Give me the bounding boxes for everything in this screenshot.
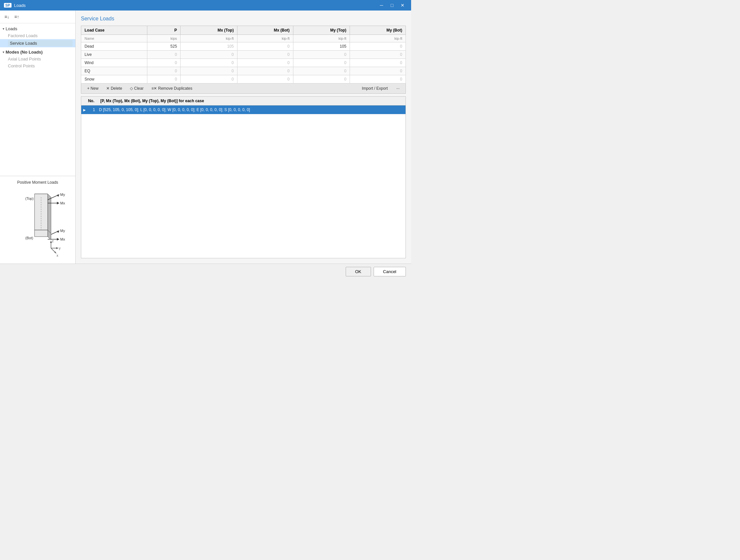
- row-number: 1: [88, 107, 98, 112]
- table-cell[interactable]: 0: [350, 59, 406, 67]
- table-cell[interactable]: 0: [237, 67, 293, 75]
- modes-label: Modes (No Loads): [6, 49, 43, 54]
- unit-my-bot: kip-ft: [350, 35, 406, 42]
- import-export-button[interactable]: Import / Export: [358, 85, 392, 92]
- chevron-down-icon: ▾: [3, 27, 4, 30]
- table-row[interactable]: Live00000: [81, 50, 406, 59]
- unit-name: Name: [81, 35, 147, 42]
- table-row[interactable]: Snow00000: [81, 75, 406, 84]
- table-cell[interactable]: 0: [237, 75, 293, 84]
- axial-load-points-label: Axial Load Points: [8, 57, 41, 62]
- unit-mx-top: kip-ft: [181, 35, 238, 42]
- table-cell[interactable]: 0: [147, 75, 181, 84]
- sidebar-item-control-points[interactable]: Control Points: [0, 63, 75, 69]
- sidebar-tree: ▾ Loads Factored Loads Service Loads ▾ M…: [0, 23, 75, 176]
- more-options-button[interactable]: ···: [393, 85, 403, 92]
- table-cell[interactable]: 0: [350, 42, 406, 50]
- sidebar-toolbar: ≡↓ ≡↑: [0, 10, 75, 23]
- table-cell[interactable]: 0: [293, 67, 350, 75]
- svg-text:y: y: [59, 246, 61, 250]
- table-cell[interactable]: 0: [181, 75, 238, 84]
- table-cell[interactable]: 0: [293, 59, 350, 67]
- close-button[interactable]: ✕: [398, 1, 407, 10]
- service-loads-label: Service Loads: [8, 40, 73, 46]
- svg-marker-20: [34, 230, 48, 237]
- table-cell[interactable]: 0: [237, 50, 293, 59]
- sidebar-item-axial-load-points[interactable]: Axial Load Points: [0, 55, 75, 63]
- sidebar-item-service-loads[interactable]: Service Loads: [0, 39, 75, 47]
- moment-diagram-svg: (Top) (Bot) My Mx My Mx: [5, 187, 71, 260]
- svg-text:Mx: Mx: [60, 201, 65, 205]
- table-cell[interactable]: 105: [181, 42, 238, 50]
- clear-button[interactable]: ◇ Clear: [126, 85, 147, 92]
- table-cell[interactable]: Live: [81, 50, 147, 59]
- col-header-mx-top: Mx (Top): [181, 26, 238, 35]
- col-header-my-bot: My (Bot): [350, 26, 406, 35]
- table-cell[interactable]: 0: [350, 75, 406, 84]
- section-title: Service Loads: [81, 16, 406, 22]
- chevron-down-icon-modes: ▾: [3, 50, 4, 54]
- row-data: D [525, 105, 0, 105, 0]; L [0, 0, 0, 0, …: [98, 106, 405, 114]
- svg-marker-10: [57, 202, 59, 204]
- svg-text:z: z: [52, 239, 54, 243]
- svg-text:My: My: [60, 229, 65, 233]
- unit-mx-bot: kip-ft: [237, 35, 293, 42]
- ok-button[interactable]: OK: [346, 267, 371, 276]
- table-cell[interactable]: 0: [181, 67, 238, 75]
- sort-up-button[interactable]: ≡↑: [12, 12, 21, 21]
- loads-label: Loads: [6, 26, 17, 31]
- table-cell[interactable]: 0: [147, 67, 181, 75]
- expand-icon: ▶: [81, 108, 88, 112]
- main-layout: ≡↓ ≡↑ ▾ Loads Factored Loads Service Loa…: [0, 10, 411, 263]
- factored-loads-label: Factored Loads: [8, 33, 37, 38]
- cancel-button[interactable]: Cancel: [374, 267, 406, 276]
- table-cell[interactable]: Snow: [81, 75, 147, 84]
- table-row[interactable]: EQ00000: [81, 67, 406, 75]
- control-points-label: Control Points: [8, 64, 35, 68]
- sort-down-button[interactable]: ≡↓: [3, 12, 11, 21]
- load-list-body: ▶ 1 D [525, 105, 0, 105, 0]; L [0, 0, 0,…: [81, 106, 405, 258]
- svg-text:x: x: [57, 254, 58, 257]
- svg-text:(Top): (Top): [25, 197, 33, 201]
- sidebar-item-loads[interactable]: ▾ Loads: [0, 25, 75, 32]
- new-button[interactable]: + New: [84, 85, 102, 92]
- app-icon: SP: [4, 3, 11, 8]
- table-cell[interactable]: 0: [237, 59, 293, 67]
- service-loads-table: Load Case P Mx (Top) Mx (Bot) My (Top) M…: [81, 26, 406, 84]
- table-cell[interactable]: 0: [181, 59, 238, 67]
- svg-text:My: My: [60, 193, 65, 197]
- remove-duplicates-button[interactable]: ≡✕ Remove Duplicates: [148, 85, 195, 92]
- moment-diagram-title: Positive Moment Loads: [4, 180, 71, 185]
- load-list-header: No. [P, Mx (Top), Mx (Bot), My (Top), My…: [81, 97, 405, 106]
- maximize-button[interactable]: □: [387, 1, 397, 10]
- svg-text:Mx: Mx: [60, 237, 65, 241]
- delete-button[interactable]: ✕ Delete: [103, 85, 125, 92]
- load-list-container: No. [P, Mx (Top), Mx (Bot), My (Top), My…: [81, 96, 406, 258]
- table-toolbar: + New ✕ Delete ◇ Clear ≡✕ Remove Duplica…: [81, 84, 406, 94]
- table-cell[interactable]: 0: [181, 50, 238, 59]
- table-cell[interactable]: Dead: [81, 42, 147, 50]
- col-header-mx-bot: Mx (Bot): [237, 26, 293, 35]
- sidebar-item-modes[interactable]: ▾ Modes (No Loads): [0, 48, 75, 55]
- table-cell[interactable]: Wind: [81, 59, 147, 67]
- table-cell[interactable]: 525: [147, 42, 181, 50]
- table-cell[interactable]: 0: [350, 50, 406, 59]
- table-row[interactable]: Wind00000: [81, 59, 406, 67]
- list-item[interactable]: ▶ 1 D [525, 105, 0, 105, 0]; L [0, 0, 0,…: [81, 106, 405, 114]
- sidebar-item-factored-loads[interactable]: Factored Loads: [0, 32, 75, 39]
- table-cell[interactable]: 0: [147, 50, 181, 59]
- table-cell[interactable]: 0: [237, 42, 293, 50]
- col-data-header: [P, Mx (Top), Mx (Bot), My (Top), My (Bo…: [98, 99, 401, 103]
- table-cell[interactable]: 0: [350, 67, 406, 75]
- col-header-p: P: [147, 26, 181, 35]
- table-row[interactable]: Dead52510501050: [81, 42, 406, 50]
- table-cell[interactable]: 105: [293, 42, 350, 50]
- table-cell[interactable]: 0: [147, 59, 181, 67]
- table-cell[interactable]: EQ: [81, 67, 147, 75]
- table-cell[interactable]: 0: [293, 50, 350, 59]
- svg-marker-16: [57, 238, 59, 241]
- table-cell[interactable]: 0: [293, 75, 350, 84]
- window-controls: ─ □ ✕: [377, 1, 407, 10]
- col-no-header: No.: [81, 99, 98, 103]
- minimize-button[interactable]: ─: [377, 1, 386, 10]
